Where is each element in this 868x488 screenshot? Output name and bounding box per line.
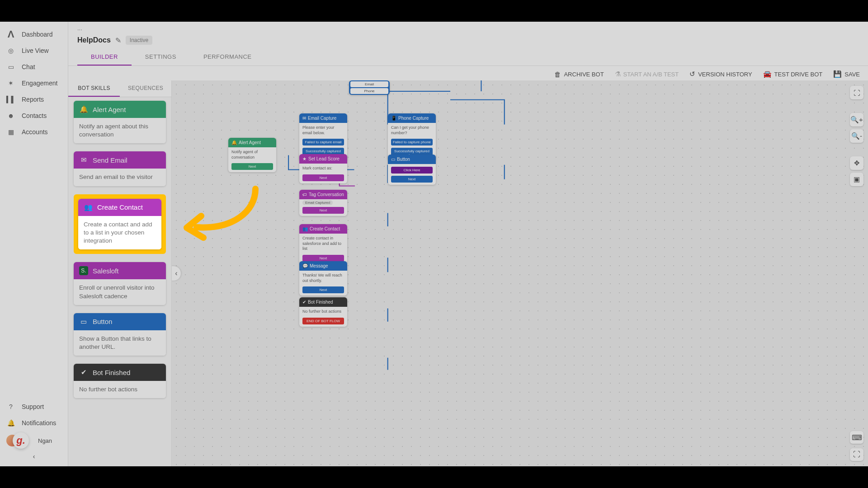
node-out-fail[interactable]: Failed to capture phone (391, 139, 433, 145)
toolbar-label: START AN A/B TEST (623, 71, 679, 78)
keyboard-shortcuts-button[interactable]: ⌨ (850, 431, 863, 444)
tab-performance[interactable]: PERFORMANCE (190, 49, 265, 66)
reports-icon: ▍▌ (6, 95, 15, 104)
skill-salesloft[interactable]: S.Salesloft Enroll or unenroll visitor i… (74, 262, 166, 305)
node-title: Tag Conversation (309, 192, 344, 197)
skill-desc: Create a contact and add to a list in yo… (78, 216, 161, 250)
node-body: Mark contact as: (299, 164, 347, 174)
node-out-next[interactable]: Next (302, 286, 344, 293)
sidebar-item-accounts[interactable]: ▦ Accounts (0, 124, 68, 140)
sidebar-label: Live View (22, 47, 49, 54)
contacts-icon: ☻ (6, 111, 15, 120)
node-entry[interactable]: Email Phone (349, 80, 390, 95)
node-alert-agent[interactable]: 🔔Alert Agent Notify agent of conversatio… (228, 138, 276, 172)
node-click-here[interactable]: Click Here (391, 167, 433, 174)
skill-alert-agent[interactable]: 🔔Alert Agent Notify an agent about this … (74, 101, 166, 143)
toolbar-label: ARCHIVE BOT (564, 71, 604, 78)
node-title: Message (310, 263, 328, 268)
node-message[interactable]: 💬Message Thanks! We will reach out short… (299, 261, 347, 296)
slot-email[interactable]: Email (350, 81, 388, 87)
tag-chip: Email Captured (302, 200, 333, 205)
node-create-contact[interactable]: 👥Create Contact Create contact in salesf… (299, 224, 347, 264)
tab-settings[interactable]: SETTINGS (132, 49, 190, 66)
chat-icon: ▭ (6, 62, 15, 71)
node-title: Email Capture (308, 116, 336, 121)
node-title: Button (397, 157, 410, 162)
node-out-fail[interactable]: Failed to capture email (302, 139, 344, 145)
sidebar-collapse[interactable]: ‹ (0, 450, 68, 463)
node-out-next[interactable]: Next (302, 207, 344, 214)
node-title: Set Lead Score (308, 156, 340, 161)
skill-desc: No further bot actions (74, 381, 166, 398)
sidebar-item-reports[interactable]: ▍▌ Reports (0, 91, 68, 108)
salesloft-icon: S. (79, 266, 88, 275)
skill-button[interactable]: ▭Button Show a Button that links to anot… (74, 313, 166, 356)
slot-phone[interactable]: Phone (350, 88, 388, 94)
node-bot-finished[interactable]: ✔Bot Finished No further bot actions END… (299, 297, 347, 327)
node-body: Please enter your email below. (299, 123, 347, 138)
ab-test-button[interactable]: ⚗START AN A/B TEST (615, 70, 679, 78)
sidebar: Λ Dashboard ◎ Live View ▭ Chat ✶ Engagem… (0, 22, 68, 466)
toolbar-label: VERSION HISTORY (698, 71, 752, 78)
node-out-next[interactable]: Next (302, 174, 344, 181)
skill-create-contact[interactable]: 👥Create Contact Create a contact and add… (78, 199, 161, 250)
sidebar-item-engagement[interactable]: ✶ Engagement (0, 75, 68, 91)
person-add-icon: 👥 (302, 226, 308, 231)
car-icon: 🚘 (763, 70, 772, 78)
user-name: Ngan (38, 437, 52, 444)
person-add-icon: 👥 (84, 203, 93, 212)
sidebar-label: Contacts (22, 112, 47, 119)
version-history-button[interactable]: ↺VERSION HISTORY (689, 70, 752, 78)
node-button[interactable]: ▭Button Click Here Next (388, 155, 436, 185)
node-body: Can I get your phone number? (388, 123, 436, 138)
end-of-flow: END OF BOT FLOW (302, 318, 344, 324)
bell-icon: 🔔 (6, 418, 15, 427)
sidebar-user[interactable]: g. Ngan (0, 431, 68, 450)
check-circle-icon: ✔ (302, 300, 306, 305)
node-phone-capture[interactable]: 📱Phone Capture Can I get your phone numb… (388, 113, 436, 161)
center-view-button[interactable]: ▣ (850, 173, 863, 186)
mail-icon: ✉ (79, 155, 88, 164)
skill-send-email[interactable]: ✉Send Email Send an email to the visitor (74, 151, 166, 186)
skill-bot-finished[interactable]: ✔Bot Finished No further bot actions (74, 364, 166, 398)
edit-name-icon[interactable]: ✎ (115, 36, 121, 45)
toolbar-label: SAVE (844, 71, 860, 78)
zoom-in-button[interactable]: 🔍+ (850, 113, 863, 127)
button-icon: ▭ (79, 317, 88, 326)
highlight-create-contact: 👥Create Contact Create a contact and add… (74, 194, 166, 254)
sidebar-item-live-view[interactable]: ◎ Live View (0, 42, 68, 59)
expand-button[interactable]: ⛶ (850, 448, 863, 461)
node-out-next[interactable]: Next (302, 255, 344, 262)
status-badge: Inactive (126, 36, 152, 45)
skill-desc: Notify an agent about this conversation (74, 118, 166, 143)
save-button[interactable]: 💾SAVE (833, 70, 860, 78)
skill-title: Button (93, 318, 112, 325)
skill-title: Bot Finished (93, 369, 130, 376)
fit-view-button[interactable]: ✥ (850, 156, 863, 170)
sidebar-item-notifications[interactable]: 🔔 Notifications (0, 415, 68, 431)
panel-tab-sequences[interactable]: SEQUENCES (120, 80, 171, 97)
node-out-next[interactable]: Next (391, 176, 433, 183)
skill-title: Salesloft (93, 267, 119, 275)
node-body: Notify agent of conversation (228, 147, 276, 162)
flow-canvas[interactable]: Email Phone ✉Email Capture Please enter … (172, 80, 868, 466)
sidebar-item-support[interactable]: ? Support (0, 399, 68, 415)
node-title: Bot Finished (308, 300, 333, 305)
skills-list[interactable]: 🔔Alert Agent Notify an agent about this … (68, 97, 171, 466)
archive-bot-button[interactable]: 🗑ARCHIVE BOT (554, 70, 604, 78)
sidebar-item-chat[interactable]: ▭ Chat (0, 59, 68, 75)
panel-tab-bot-skills[interactable]: BOT SKILLS (68, 80, 120, 97)
sidebar-item-dashboard[interactable]: Λ Dashboard (0, 26, 68, 42)
test-drive-button[interactable]: 🚘TEST DRIVE BOT (763, 70, 823, 78)
node-out-next[interactable]: Next (231, 163, 273, 170)
node-title: Alert Agent (239, 140, 261, 145)
canvas-controls: ⛶ 🔍+ 🔍- ✥ ▣ (850, 86, 863, 186)
sidebar-item-contacts[interactable]: ☻ Contacts (0, 108, 68, 124)
skill-desc: Enroll or unenroll visitor into Saleslof… (74, 279, 166, 305)
node-tag-conversation[interactable]: 🏷Tag Conversation Email Captured Next (299, 190, 347, 216)
bell-icon: 🔔 (231, 140, 237, 145)
tab-builder[interactable]: BUILDER (77, 49, 132, 66)
fullscreen-icon[interactable]: ⛶ (850, 86, 863, 99)
zoom-out-button[interactable]: 🔍- (850, 129, 863, 143)
node-lead-score[interactable]: ★Set Lead Score Mark contact as: Next (299, 154, 347, 183)
